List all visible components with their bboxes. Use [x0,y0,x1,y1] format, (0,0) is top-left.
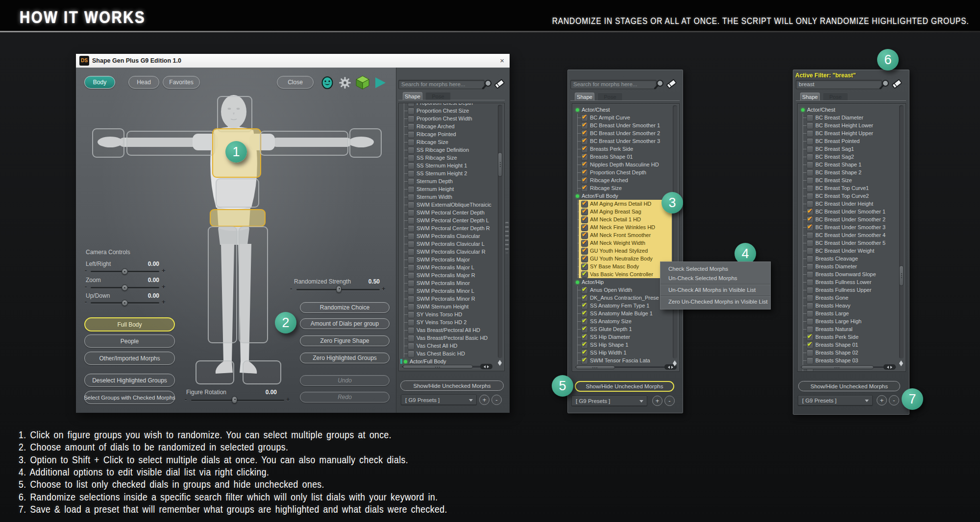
morph-checkbox[interactable] [807,263,813,270]
morph-item[interactable]: SWM ExternalObliqueThoraicic [399,201,504,209]
morph-checkbox[interactable] [807,303,813,309]
figure-hotspot-right-leg[interactable] [239,226,268,343]
morph-item[interactable]: ✔BC Armpit Curve [572,114,679,121]
morph-item[interactable]: Ribcage Size [399,138,504,146]
morph-item[interactable]: BC Breast Top Curve1 [798,184,906,192]
morph-checkbox[interactable]: ✔ [807,209,813,215]
morph-item[interactable]: Proportion Chest Depth [399,103,504,107]
context-menu-item[interactable]: Zero Un-Checked Morphs in Visible List [661,297,770,307]
morph-checkbox[interactable] [408,296,415,303]
morph-item[interactable]: Breasts Natural [798,325,906,333]
morph-item[interactable]: Sternum Height [399,185,504,193]
undo-button[interactable]: Undo [300,375,390,386]
morph-checkbox[interactable] [807,248,813,255]
morph-item[interactable]: SWM Pectoralis Major [399,256,504,263]
morph-checkbox[interactable] [807,154,813,161]
redo-button[interactable]: Redo [300,392,390,403]
context-menu-item[interactable]: Un-Check All Morphs in Visible List [661,285,770,295]
morph-checkbox[interactable]: ✔ [581,115,588,121]
search-input[interactable] [570,80,657,89]
morph-checkbox[interactable]: ✔ [581,209,588,215]
morph-item[interactable]: Vas Breast/Pectoral All HD [399,326,504,334]
morph-checkbox[interactable] [408,147,415,154]
morph-checkbox[interactable] [807,256,813,262]
morph-item[interactable]: SS Sternum Height 1 [399,162,504,169]
morph-checkbox[interactable]: ✔ [581,256,588,262]
morph-checkbox[interactable] [807,162,813,168]
morph-checkbox[interactable] [408,343,415,350]
morph-checkbox[interactable] [807,169,813,176]
morph-item[interactable]: SS Ribcage Size [399,154,504,162]
morph-item[interactable]: ✔SS Anatomy Size [572,317,679,325]
morph-checkbox[interactable] [807,357,813,364]
morph-checkbox[interactable] [807,350,813,356]
morph-checkbox[interactable] [807,271,813,278]
morph-checkbox[interactable]: ✔ [581,177,588,184]
figure-hotspot-right-arm[interactable] [260,131,348,156]
morph-item[interactable]: ✔Breasts Perk Side [798,333,906,341]
morph-checkbox[interactable] [408,233,415,240]
morph-item[interactable]: ✔GU Youth Head Stylized [572,247,679,255]
morph-list[interactable]: Actor/Chest✔BC Armpit Curve✔BC Breast Un… [572,103,680,372]
morph-checkbox[interactable]: ✔ [581,240,588,247]
slider-minus[interactable]: - [290,285,292,292]
search-icon[interactable] [482,79,492,90]
morph-item[interactable]: ✔BC Breast Under Smoother 3 [798,223,906,231]
morph-item[interactable]: ✔BC Breast Under Smoother 2 [572,129,679,137]
morph-item[interactable]: SWM Pectoralis Major R [399,271,504,279]
morph-checkbox[interactable] [408,272,415,279]
morph-checkbox[interactable] [807,115,813,121]
morph-checkbox[interactable] [408,351,415,357]
context-menu-item[interactable]: Check Selected Morphs [661,264,770,274]
search-icon[interactable] [654,79,664,90]
select-groups-with-checked-morphs-button[interactable]: Select Groups with Checked Morphs [84,391,175,404]
preset-remove-button[interactable]: - [491,395,502,405]
morph-item[interactable]: ✔Breasts Perk Side [572,145,679,153]
figure-hotspot-left-foot[interactable] [196,360,234,384]
figure-hotspot-hip-selected[interactable] [210,209,266,227]
slider-minus[interactable]: - [185,396,187,403]
morph-list[interactable]: Proportion Chest DepthProportion Chest S… [398,103,505,371]
morph-item[interactable]: ✔AM Neck Detail 1 HD [572,215,679,223]
figure-rotation-track[interactable] [191,400,284,401]
morph-list[interactable]: Actor/ChestBC Breast DiameterBC Breast H… [797,103,906,372]
clear-eraser-icon[interactable] [891,78,903,90]
morph-item[interactable]: ✔SS Hip Diameter [572,333,679,341]
morph-checkbox[interactable]: ✔ [581,287,588,294]
tab-pose[interactable]: Pose [597,93,623,100]
scroll-up-icon[interactable] [673,358,677,363]
figure-hotspot-head[interactable] [217,96,252,132]
morph-item[interactable]: BC Breast Diameter [798,114,906,121]
clear-eraser-icon[interactable] [665,78,677,90]
morph-item[interactable]: BC Breast Shape 2 [798,168,906,176]
slider-plus[interactable]: + [162,283,166,290]
morph-item[interactable]: ✔AM Neck Front Smoother [572,231,679,239]
morph-item[interactable]: ✔AM Neck Weight Width [572,239,679,247]
morph-checkbox[interactable] [807,295,813,302]
morph-checkbox[interactable]: ✔ [581,310,588,317]
morph-checkbox[interactable]: ✔ [581,138,588,145]
morph-item[interactable]: BC Breast Pointed [798,137,906,145]
morph-item[interactable]: ✔SS Glute Depth 1 [572,325,679,333]
slider-minus[interactable]: - [85,267,87,274]
search-icon[interactable] [879,79,890,90]
full-body-button[interactable]: Full Body [84,317,175,332]
figure-hotspot-right-foot[interactable] [243,360,281,384]
morph-item[interactable]: ✔BC Breast Under Smoother 2 [798,215,906,223]
clear-eraser-icon[interactable] [493,78,505,90]
morph-checkbox[interactable] [807,318,813,325]
morph-checkbox[interactable] [807,287,813,294]
morph-item[interactable]: SWM Pectoral Center Depth L [399,216,504,224]
figure-hotspot-abdomen[interactable] [216,178,259,208]
morph-item[interactable]: BC Breast Top Curve2 [798,192,906,200]
morph-checkbox[interactable] [807,138,813,145]
morph-item[interactable]: SS Sternum Height 2 [399,169,504,177]
morph-checkbox[interactable]: ✔ [581,263,588,270]
morph-checkbox[interactable] [408,178,415,185]
morph-checkbox[interactable] [408,241,415,248]
tab-shape[interactable]: Shape [800,93,820,100]
morph-item[interactable]: SY Veins Torso HD 2 [399,318,504,326]
scrollbar-handle[interactable] [498,152,502,177]
morph-checkbox[interactable] [408,163,415,169]
morph-checkbox[interactable]: ✔ [581,334,588,341]
